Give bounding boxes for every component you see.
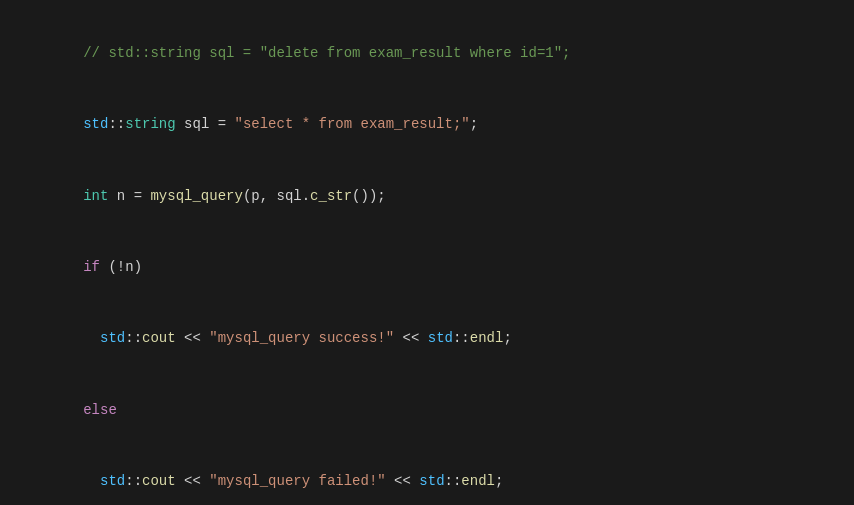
code-line-1: std::string sql = "select * from exam_re… <box>16 89 838 160</box>
code-line-5: else <box>16 375 838 446</box>
endl-2: endl <box>461 473 495 489</box>
code-block: // std::string sql = "delete from exam_r… <box>0 10 854 505</box>
string-type: string <box>125 116 175 132</box>
sql-string: "select * from exam_result;" <box>234 116 469 132</box>
std-ns-5: std <box>419 473 444 489</box>
c-str-func: c_str <box>310 188 352 204</box>
std-ns-1: std <box>83 116 108 132</box>
if-keyword: if <box>83 259 100 275</box>
code-line-3: if (!n) <box>16 232 838 303</box>
std-ns-4: std <box>100 473 125 489</box>
code-section: // std::string sql = "delete from exam_r… <box>0 0 854 505</box>
code-line-comment: // std::string sql = "delete from exam_r… <box>16 18 838 89</box>
page-wrapper: // std::string sql = "delete from exam_r… <box>0 0 854 505</box>
else-keyword: else <box>83 402 117 418</box>
comment-text: // std::string sql = "delete from exam_r… <box>83 45 570 61</box>
endl-1: endl <box>470 330 504 346</box>
code-line-2: int n = mysql_query(p, sql.c_str()); <box>16 161 838 232</box>
mysql-query-func: mysql_query <box>150 188 242 204</box>
cout-func-2: cout <box>142 473 176 489</box>
std-ns-3: std <box>428 330 453 346</box>
std-ns-2: std <box>100 330 125 346</box>
int-type: int <box>83 188 108 204</box>
code-line-4: std::cout << "mysql_query success!" << s… <box>16 304 838 375</box>
failed-str: "mysql_query failed!" <box>209 473 385 489</box>
cout-func-1: cout <box>142 330 176 346</box>
code-line-6: std::cout << "mysql_query failed!" << st… <box>16 446 838 505</box>
success-str: "mysql_query success!" <box>209 330 394 346</box>
